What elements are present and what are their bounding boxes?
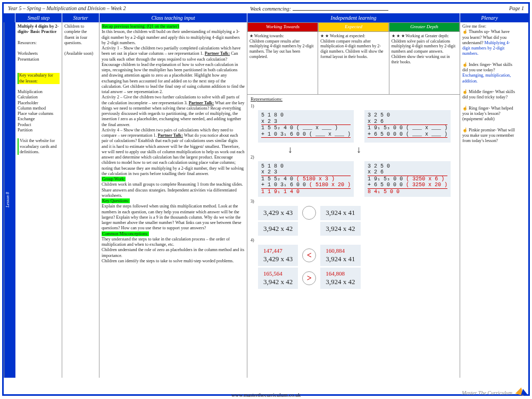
unit-title: Year 5 – Spring – Multiplication and Div… (8, 5, 250, 12)
differentiation-body: ★ Working towards: Children compare resu… (247, 32, 460, 95)
greater-than-icon: > (302, 271, 316, 285)
representations: Representations: 1) 5 1 8 0 x 2 3 1 5 5₂… (247, 95, 460, 292)
group-work: Children work in small groups to complet… (102, 182, 243, 198)
representations-label: Representations: (251, 96, 456, 102)
expected-text: ★ ★ Working at expected: Children compar… (318, 32, 389, 95)
plenary-index: ☝ Index finger- What skills did you use … (462, 62, 517, 84)
small-step-title: Multiply 4 digits by 2-digits- Basic Pra… (18, 24, 60, 35)
recap-label: Recap previous learning: (Q1 on the star… (102, 24, 179, 29)
plenary-pinkie: ☝ Pinkie promise- What will you make sur… (462, 128, 517, 144)
independent-cell: Working Towards Expected Greater Depth ★… (247, 22, 460, 378)
plenary-ring: ☝ Ring finger- What helped you in today'… (462, 106, 517, 122)
website-note: Visit the website for vocabulary cards a… (18, 138, 60, 155)
comp-box: 3,942 x 42 (258, 222, 298, 236)
lesson-plan-page: Year 5 – Spring – Multiplication and Div… (2, 2, 530, 396)
column-headers: Small step Starter Class teaching input … (4, 13, 528, 22)
give-me-five-label: Give me five: (462, 24, 517, 29)
vocab-list: Multiplication Calculation Placeholder C… (18, 89, 60, 133)
rep-1-label: 1) (251, 104, 456, 109)
col-independent-header: Independent learning (247, 13, 460, 22)
greater-depth-text: ★ ★ ★ Working at Greater depth: Children… (389, 32, 460, 95)
partner-talk-1: Can you talk each other through the step… (102, 51, 245, 94)
less-than-icon: < (302, 248, 316, 262)
starter-text: Children to complete the fluent in four … (64, 24, 97, 46)
small-step-cell: Multiply 4 digits by 2-digits- Basic Pra… (15, 22, 62, 378)
partner-talk-4: What do you notice about each pair of ca… (102, 133, 245, 176)
starter-cell: Children to complete the fluent in four … (62, 22, 99, 378)
page-top-header: Year 5 – Spring – Multiplication and Div… (4, 4, 528, 13)
arrows: ↓ ↓ (288, 145, 456, 155)
compare-circle-blank (302, 206, 316, 220)
plenary-thumb: ☝ Thumbs up- What have you learnt? What … (462, 29, 517, 56)
comp-box: 165,564 3,942 x 42 (258, 268, 298, 289)
calc-1b: 3 2 5 0 x 2 6 1 9₁ 5₃ 0 0 ( ___ x ___ ) … (364, 110, 451, 143)
expected-header: Expected (318, 22, 389, 32)
arrow-down-icon: ↓ (356, 144, 361, 156)
key-questions: Explain the steps followed when using th… (102, 204, 242, 230)
calc-2b: 3 2 5 0 x 2 6 1 9₁ 5₃ 0 0 ( 3250 x 6 ) +… (364, 161, 451, 197)
comp-box: 164,808 3,924 x 42 (320, 268, 360, 289)
comp-box: 3,924 x 41 (320, 206, 360, 220)
key-questions-label: Key Questions: (102, 198, 130, 203)
col-lesson-header (4, 13, 15, 22)
partner-talk-4-label: Partner Talk: (157, 133, 182, 138)
rep-4-row-1: 147,447 3,429 x 43 < 160,884 3,924 x 41 (258, 245, 456, 266)
greater-depth-header: Greater Depth (389, 22, 460, 32)
flame-icon (520, 388, 527, 395)
rep-2: 5 1 8 0 x 2 3 1 5 5₂ 4 0 ( 5180 x 3 ) + … (258, 161, 456, 197)
comp-box: 3,924 x 42 (320, 222, 360, 236)
page-number: Page 1 (492, 5, 524, 12)
calc-2a: 5 1 8 0 x 2 3 1 5 5₂ 4 0 ( 5180 x 3 ) + … (258, 161, 354, 197)
rep-1: 5 1 8 0 x 2 3 1 5 5₂ 4 0 ( ___ x ___ ) +… (258, 110, 456, 143)
calc-1a: 5 1 8 0 x 2 3 1 5 5₂ 4 0 ( ___ x ___ ) +… (258, 110, 354, 143)
working-towards-header: Working Towards (247, 22, 318, 32)
plenary-middle: ☝ Middle finger- What skills did you fin… (462, 89, 517, 101)
footer-url: www.masterthecurriculum.co.uk (0, 392, 532, 398)
col-teaching-header: Class teaching input (99, 13, 247, 22)
partner-talk-1-label: Partner Talk: (205, 51, 230, 56)
rep-3-row-2: 3,942 x 42 3,924 x 42 (258, 222, 456, 236)
col-plenary-header: Plenary (460, 13, 519, 22)
rep-4-row-2: 165,564 3,942 x 42 > 164,808 3,924 x 42 (258, 268, 456, 289)
starter-note: (Available soon) (64, 51, 97, 56)
teaching-intro: In this lesson, the children will build … (102, 29, 240, 45)
resources-list: Worksheets Presentation (18, 51, 60, 62)
lesson-number-cell: Lesson 8 (4, 22, 15, 378)
rep-2-label: 2) (251, 155, 456, 160)
rep-4-label: 4) (251, 238, 456, 243)
working-towards-text: ★ Working towards: Children compare resu… (247, 32, 318, 95)
teaching-cell: Recap previous learning: (Q1 on the star… (99, 22, 247, 378)
comp-box: 3,429 x 43 (258, 206, 298, 220)
week-commencing: Week commencing: (250, 5, 492, 12)
resources-label: Resources: (18, 40, 60, 46)
key-vocab-label: Key vocabulary for the lesson: (18, 73, 60, 84)
comp-box: 147,447 3,429 x 43 (258, 245, 298, 266)
partner-talk-2-label: Partner Talk: (189, 101, 214, 105)
brand-logo: Master The Curriculum (462, 387, 527, 396)
plenary-cell: Give me five: ☝ Thumbs up- What have you… (460, 22, 519, 378)
rep-3-label: 3) (251, 199, 456, 204)
misconceptions: They understand the steps to take in the… (102, 237, 244, 263)
group-work-label: Group Work: (102, 177, 126, 181)
week-commencing-blank (293, 5, 388, 11)
col-starter-header: Starter (62, 13, 99, 22)
rep-3-row-1: 3,429 x 43 3,924 x 41 (258, 206, 456, 220)
comp-box: 160,884 3,924 x 41 (320, 245, 360, 266)
differentiation-header: Working Towards Expected Greater Depth (247, 22, 460, 32)
col-small-step-header: Small step (15, 13, 62, 22)
misconceptions-label: Common Misconceptions: (102, 231, 149, 236)
lesson-row: Lesson 8 Multiply 4 digits by 2-digits- … (4, 22, 528, 378)
arrow-down-icon: ↓ (288, 144, 293, 156)
